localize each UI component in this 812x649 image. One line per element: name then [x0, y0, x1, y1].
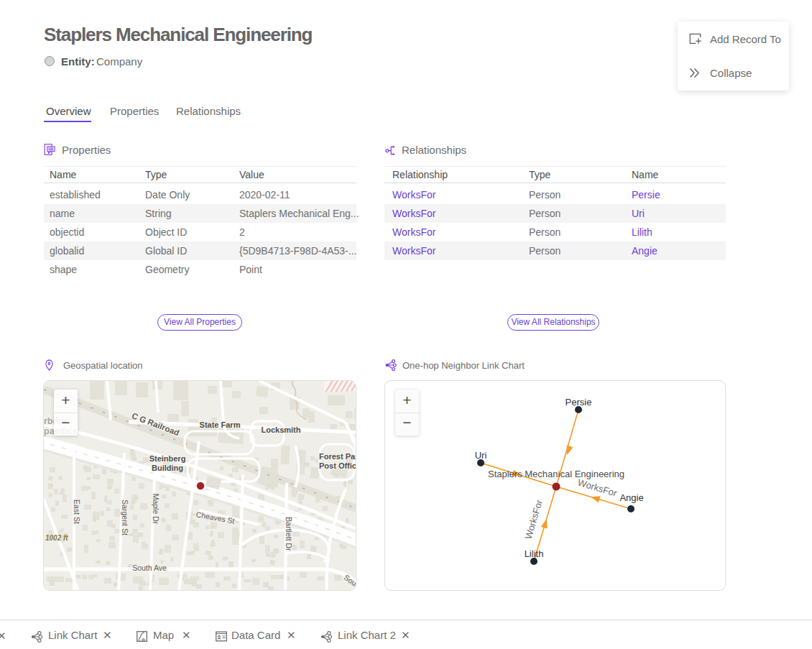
svg-text:Angie: Angie [619, 492, 643, 503]
svg-text:Bartlett Dr: Bartlett Dr [285, 517, 293, 551]
svg-text:Persie: Persie [566, 397, 592, 408]
svg-text:East St: East St [73, 500, 81, 524]
svg-text:Steinberg: Steinberg [149, 454, 186, 463]
svg-text:Building: Building [152, 464, 183, 472]
svg-text:WorksFor: WorksFor [522, 498, 545, 540]
svg-text:Locksmith: Locksmith [261, 425, 300, 434]
svg-text:Lilith: Lilith [525, 548, 544, 559]
svg-text:Maple Dr: Maple Dr [152, 494, 160, 525]
svg-text:South Ave: South Ave [132, 563, 167, 572]
svg-text:Staplers Mechanical Engineerin: Staplers Mechanical Engineering [488, 469, 624, 479]
svg-text:1002 ft: 1002 ft [45, 534, 68, 542]
svg-text:Post Office: Post Office [319, 461, 356, 470]
svg-text:WorksFor: WorksFor [576, 477, 619, 500]
svg-text:State Farm: State Farm [200, 420, 241, 429]
svg-text:Uri: Uri [475, 450, 487, 461]
svg-text:Sargent St: Sargent St [121, 500, 129, 535]
svg-text:Forest Par: Forest Par [319, 452, 356, 461]
